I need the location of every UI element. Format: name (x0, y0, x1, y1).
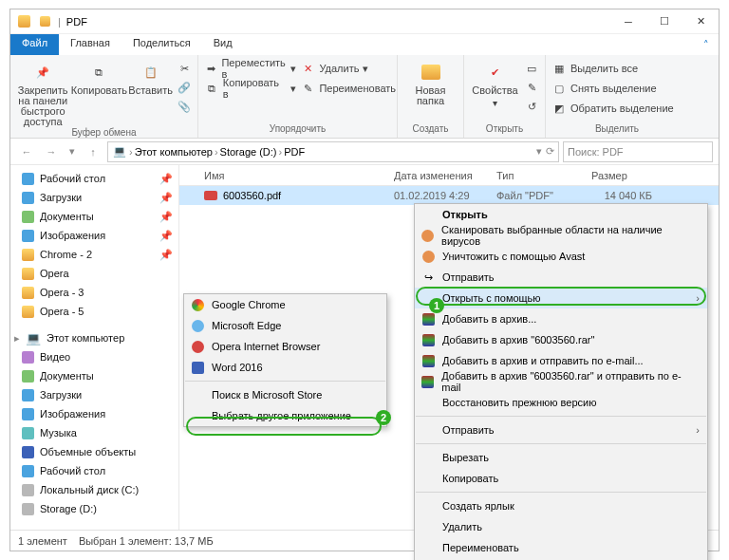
ctx-cut[interactable]: Вырезать (415, 447, 707, 468)
pdf-icon (204, 191, 217, 200)
moveto-icon: ➡ (204, 61, 217, 76)
tab-home[interactable]: Главная (59, 34, 122, 55)
copy-button[interactable]: ⧉Копировать (73, 57, 124, 96)
sub-opera[interactable]: Opera Internet Browser (184, 336, 386, 357)
addr-dropdown-icon[interactable]: ▾ (536, 145, 542, 158)
sidebar-opera3[interactable]: Opera - 3 (10, 283, 178, 302)
openwith-submenu: Google Chrome Microsoft Edge Opera Inter… (183, 293, 387, 427)
ctx-copy[interactable]: Копировать (415, 468, 707, 489)
sidebar-downloads[interactable]: Загрузки📌 (10, 188, 178, 207)
refresh-icon[interactable]: ⟳ (546, 145, 554, 158)
crumb-pdf[interactable]: PDF (284, 146, 305, 158)
close-button[interactable]: ✕ (682, 9, 719, 34)
quick-folder-icon (37, 14, 52, 29)
search-input[interactable]: Поиск: PDF (563, 141, 713, 162)
sidebar-opera[interactable]: Opera (10, 264, 178, 283)
file-row[interactable]: 6003560.pdf 01.02.2019 4:29 Файл "PDF" 1… (179, 186, 719, 205)
minimize-button[interactable]: ─ (610, 9, 646, 34)
sidebar-documents2[interactable]: Документы (10, 366, 178, 385)
sidebar-thispc[interactable]: ▸💻Этот компьютер (10, 328, 178, 347)
file-date: 01.02.2019 4:29 (386, 190, 489, 201)
ribbon-tabs: Файл Главная Поделиться Вид ˄ (10, 34, 719, 55)
pin-quickaccess-button[interactable]: 📌Закрепить на панели быстрого доступа (16, 57, 69, 127)
copyto-icon: ⧉ (204, 81, 219, 96)
sub-other[interactable]: Выбрать другое приложение (184, 405, 386, 426)
address-bar[interactable]: 💻 › Этот компьютер› Storage (D:)› PDF ▾⟳ (107, 141, 559, 162)
edit-small-button[interactable]: ✎ (524, 78, 539, 97)
file-name: 6003560.pdf (223, 190, 281, 201)
nav-recent[interactable]: ▾ (65, 141, 79, 162)
nav-fwd[interactable]: → (41, 141, 62, 162)
tab-file[interactable]: Файл (10, 34, 59, 55)
ctx-avast[interactable]: Уничтожить с помощью Avast (415, 246, 707, 267)
ribbon-collapse-icon[interactable]: ˄ (694, 34, 719, 55)
ctx-rename[interactable]: Переименовать (415, 537, 707, 558)
col-type[interactable]: Тип (489, 170, 584, 181)
col-date[interactable]: Дата изменения (386, 170, 489, 181)
ctx-open[interactable]: Открыть (415, 204, 707, 225)
sidebar-downloads2[interactable]: Загрузки (10, 385, 178, 404)
sidebar-3dobjects[interactable]: Объемные объекты (10, 442, 178, 461)
cut-icon: ✂ (177, 61, 192, 76)
selectall-button[interactable]: ▦Выделить все (551, 59, 674, 78)
sidebar-diskc[interactable]: Локальный диск (C:) (10, 480, 178, 499)
sidebar-videos[interactable]: Видео (10, 347, 178, 366)
pastelink-button[interactable]: 📎 (177, 97, 192, 116)
title-bar: | PDF ─ ☐ ✕ (10, 9, 719, 34)
column-headers[interactable]: Имя Дата изменения Тип Размер (179, 165, 719, 186)
deselect-button[interactable]: ▢Снять выделение (551, 79, 674, 98)
ctx-shortcut[interactable]: Создать ярлык (415, 495, 707, 516)
sub-chrome[interactable]: Google Chrome (184, 294, 386, 315)
newfolder-button[interactable]: Новая папка (403, 57, 458, 106)
crumb-pc[interactable]: Этот компьютер (135, 146, 213, 158)
crumb-storage[interactable]: Storage (D:) (220, 146, 277, 158)
sidebar-desktop2[interactable]: Рабочий стол (10, 461, 178, 480)
sidebar-pictures[interactable]: Изображения📌 (10, 226, 178, 245)
edit-icon: ✎ (524, 80, 539, 95)
nav-up[interactable]: ↑ (83, 141, 103, 162)
window-title: PDF (66, 16, 87, 28)
moveto-button[interactable]: ➡Переместить в ▾ (204, 59, 296, 78)
group-new: Создать (403, 123, 458, 136)
ctx-addemail[interactable]: Добавить в архив и отправить по e-mail..… (415, 350, 707, 371)
rename-button[interactable]: ✎Переименовать (300, 79, 396, 98)
paste-button[interactable]: 📋Вставить (128, 57, 173, 96)
copyto-button[interactable]: ⧉Копировать в ▾ (204, 79, 296, 98)
maximize-button[interactable]: ☐ (646, 9, 682, 34)
sub-edge[interactable]: Microsoft Edge (184, 315, 386, 336)
ctx-addrar[interactable]: Добавить в архив "6003560.rar" (415, 329, 707, 350)
newfolder-icon (420, 61, 442, 84)
ctx-delete[interactable]: Удалить (415, 516, 707, 537)
ctx-scan[interactable]: Сканировать выбранные области на наличие… (415, 225, 707, 246)
properties-button[interactable]: ✔Свойства ▾ (470, 57, 520, 108)
properties-icon: ✔ (484, 61, 507, 84)
sidebar-opera5[interactable]: Opera - 5 (10, 302, 178, 321)
sidebar-desktop[interactable]: Рабочий стол📌 (10, 169, 178, 188)
tab-share[interactable]: Поделиться (122, 34, 202, 55)
delete-button[interactable]: ✕Удалить ▾ (300, 59, 396, 78)
sidebar-documents[interactable]: Документы📌 (10, 207, 178, 226)
ctx-addraremail[interactable]: Добавить в архив "6003560.rar" и отправи… (415, 371, 707, 392)
open-icon: ▭ (524, 61, 539, 76)
col-name[interactable]: Имя (196, 170, 386, 181)
copypath-button[interactable]: 🔗 (177, 78, 192, 97)
invert-button[interactable]: ◩Обратить выделение (551, 99, 674, 118)
sidebar-pictures2[interactable]: Изображения (10, 404, 178, 423)
ctx-send[interactable]: Отправить (415, 420, 707, 440)
ctx-share[interactable]: ↪Отправить (415, 267, 707, 288)
col-size[interactable]: Размер (584, 170, 660, 181)
sidebar-music[interactable]: Музыка (10, 423, 178, 442)
ctx-addarchive[interactable]: Добавить в архив... (415, 308, 707, 329)
cut-button[interactable]: ✂ (177, 59, 192, 78)
ctx-openwith[interactable]: Открыть с помощью (415, 288, 707, 308)
nav-back[interactable]: ← (16, 141, 37, 162)
sub-store[interactable]: Поиск в Microsoft Store (184, 384, 386, 405)
ctx-restore[interactable]: Восстановить прежнюю версию (415, 392, 707, 413)
tab-view[interactable]: Вид (202, 34, 244, 55)
sub-word[interactable]: Word 2016 (184, 357, 386, 378)
history-small-button[interactable]: ↺ (524, 97, 539, 116)
open-small-button[interactable]: ▭ (524, 59, 539, 78)
sidebar-diskd[interactable]: Storage (D:) (10, 499, 178, 518)
file-type: Файл "PDF" (489, 190, 584, 201)
sidebar-chrome2[interactable]: Chrome - 2📌 (10, 245, 178, 264)
